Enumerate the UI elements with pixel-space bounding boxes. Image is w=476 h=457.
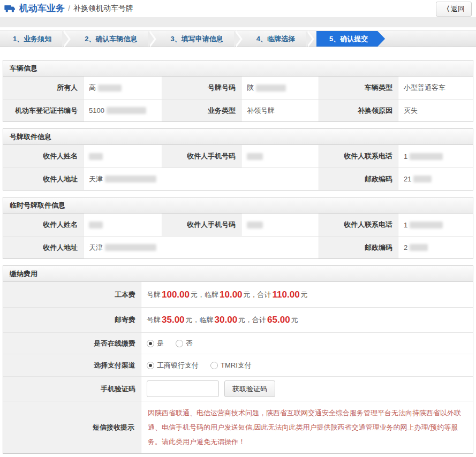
replace-reason-label: 补换领原因 [319,99,398,121]
recipient-mobile-value [241,145,319,167]
pay-channel-label: 选择支付渠道 [3,354,141,376]
sms-code-input[interactable] [147,380,219,397]
tab-step-3[interactable]: 3、填写申请信息 [157,31,236,47]
redacted-value [247,153,263,160]
step-separator-icon [236,31,244,47]
online-pay-options: 是 否 [141,332,473,354]
step-separator-icon [150,31,157,47]
fees-table: 工本费 号牌 100.00元，临牌 10.00元，合计 110.00元 邮寄费 … [3,282,473,453]
redacted-value [247,222,263,229]
plate-pickup-table: 收件人姓名 收件人手机号码 收件人联系电话 1 收件人地址 天津 邮政编码 21 [3,145,473,190]
radio-icbc[interactable] [147,362,154,369]
temp-pickup-table: 收件人姓名 收件人手机号码 收件人联系电话 1 收件人地址 天津 邮政编码 2 [3,214,473,258]
redacted-value [256,85,286,92]
tab-step-5-label: 5、确认提交 [329,34,368,44]
fee-amount: 10.00 [218,290,244,300]
section-fees: 缴纳费用 工本费 号牌 100.00元，临牌 10.00元，合计 110.00元… [3,265,473,454]
sms-notice-text-cell: 因陕西省联通、电信运营商技术问题，陕西省互联网交通安全综合服务管理平台无法向持陕… [141,401,473,453]
section-title: 车辆信息 [3,60,473,77]
back-button[interactable]: 〈返回 [436,2,472,17]
postage-fee-label: 邮寄费 [3,307,141,332]
step-separator-icon [308,31,315,47]
recipient-address-label: 收件人地址 [3,167,84,190]
tab-step-3-label: 3、填写申请信息 [170,34,223,44]
breadcrumb-separator: / [68,4,70,13]
recipient-address-label: 收件人地址 [3,236,84,258]
sms-notice-text: 因陕西省联通、电信运营商技术问题，陕西省互联网交通安全综合服务管理平台无法向持陕… [148,406,466,449]
radio-tmri-label[interactable]: TMRI支付 [221,361,252,370]
postal-code-label: 邮政编码 [319,167,398,190]
fee-text: 号牌 [147,315,161,325]
tab-step-1[interactable]: 1、业务须知 [0,31,64,47]
recipient-tel-label: 收件人联系电话 [319,214,398,236]
tab-step-2-label: 2、确认车辆信息 [85,34,137,44]
redacted-value [89,153,103,160]
fee-amount: 35.00 [161,315,186,325]
pay-channel-options: 工商银行支付 TMRI支付 [141,354,473,376]
radio-tmri[interactable] [210,362,218,369]
fee-amount: 30.00 [214,315,239,325]
fee-text: 元，合计 [238,315,266,325]
radio-yes-label[interactable]: 是 [157,339,164,348]
radio-no[interactable] [176,340,183,347]
redacted-value [105,244,156,251]
postal-code-label: 邮政编码 [319,236,398,258]
tab-step-4-label: 4、临牌选择 [256,34,295,44]
chevron-left-icon: 〈 [443,5,450,13]
section-vehicle-info: 车辆信息 所有人 高 号牌号码 陕 车辆类型 小型普通客车 机动车登记证书编号 … [3,60,473,122]
fee-text: 号牌 [147,290,161,300]
tab-step-5-active[interactable]: 5、确认提交 [316,31,385,47]
recipient-name-value [84,214,162,236]
header-divider-strip [0,17,476,27]
replace-reason-value: 灭失 [398,99,473,121]
vehicle-type-value: 小型普通客车 [398,77,473,99]
postal-code-value: 21 [398,167,473,190]
redacted-value [410,222,443,229]
fee-text: 元，临牌 [191,290,218,300]
recipient-mobile-label: 收件人手机号码 [162,214,241,236]
section-title: 缴纳费用 [3,266,473,282]
get-code-button[interactable]: 获取验证码 [224,380,275,397]
recipient-name-label: 收件人姓名 [3,145,84,167]
radio-yes[interactable] [147,340,154,347]
recipient-name-value [84,145,162,167]
radio-no-label[interactable]: 否 [186,339,193,348]
redacted-value [105,176,156,182]
step-tabbar: 1、业务须知 2、确认车辆信息 3、填写申请信息 4、临牌选择 5、确认提交 [0,31,476,47]
owner-label: 所有人 [3,77,84,99]
redacted-value [410,244,428,251]
tab-step-1-label: 1、业务须知 [13,34,51,44]
online-pay-label: 是否在线缴费 [3,332,141,354]
page-header: 机动车业务 / 补换领机动车号牌 〈返回 [0,0,476,17]
recipient-name-label: 收件人姓名 [3,214,84,236]
recipient-address-value: 天津 [84,167,319,190]
truck-icon [4,4,16,13]
redacted-value [413,176,432,182]
registration-cert-value: 5100 [84,99,162,121]
registration-cert-label: 机动车登记证书编号 [3,99,84,121]
vehicle-type-label: 车辆类型 [319,77,398,99]
recipient-tel-value: 1 [398,214,473,236]
step-separator-icon [64,31,72,47]
sms-notice-label: 短信接收提示 [3,401,141,453]
tab-step-2[interactable]: 2、确认车辆信息 [72,31,150,47]
fee-amount: 65.00 [266,315,291,325]
fee-amount: 110.00 [271,290,301,300]
postage-fee-value: 号牌 35.00元，临牌 30.00元，合计 65.00元 [141,307,473,332]
fee-text: 元，临牌 [186,315,214,325]
tab-step-4[interactable]: 4、临牌选择 [244,31,308,47]
back-button-label: 返回 [451,5,465,13]
sms-code-row: 获取验证码 [141,376,473,401]
fee-text: 元 [291,315,298,325]
radio-icbc-label[interactable]: 工商银行支付 [157,361,199,370]
owner-value: 高 [84,77,162,99]
production-fee-label: 工本费 [3,282,141,307]
recipient-tel-label: 收件人联系电话 [319,145,398,167]
business-type-value: 补领号牌 [241,99,319,121]
section-title: 临时号牌取件信息 [3,197,473,214]
sms-code-label: 手机验证码 [3,376,141,401]
redacted-value [89,222,103,229]
fee-text: 元 [301,290,308,300]
production-fee-value: 号牌 100.00元，临牌 10.00元，合计 110.00元 [141,282,473,307]
recipient-mobile-label: 收件人手机号码 [162,145,241,167]
